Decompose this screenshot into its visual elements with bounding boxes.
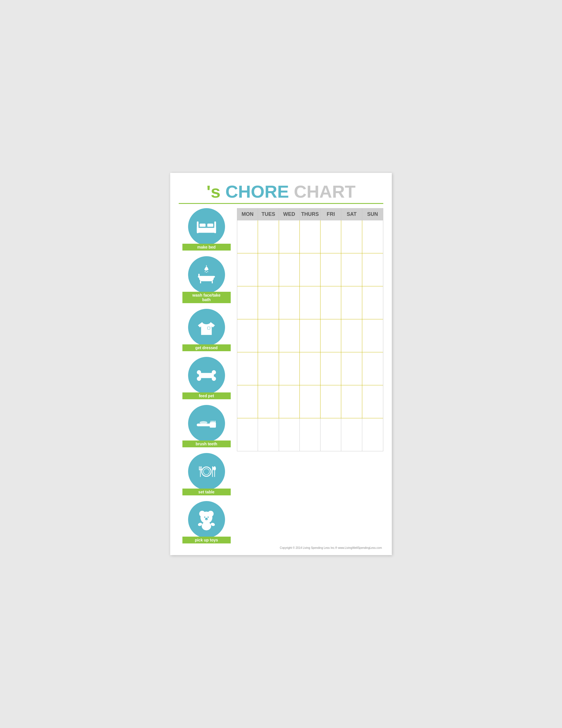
copyright-text: Copyright © 2014 Living Spending Less In… — [280, 546, 382, 549]
cell-3-mon — [237, 286, 258, 319]
chore-label-wash-face: wash face/take bath — [183, 292, 231, 303]
cell-7-tues — [258, 418, 279, 451]
chore-label-set-table: set table — [183, 489, 231, 495]
cell-2-wed — [279, 253, 300, 286]
svg-rect-2 — [214, 221, 216, 233]
page: 's CHORE CHART — [170, 173, 392, 555]
chore-label-pick-up-toys: pick up toys — [183, 537, 231, 543]
cell-2-sun — [362, 253, 383, 286]
chore-circle-pick-up-toys — [188, 501, 225, 538]
day-header-sun: SUN — [362, 208, 383, 220]
chore-label-make-bed: make bed — [183, 244, 231, 251]
grid-row-5 — [237, 352, 383, 385]
name-underline — [179, 203, 236, 204]
svg-rect-23 — [212, 421, 213, 423]
main-layout: make bed — [179, 208, 383, 543]
chore-item-make-bed: make bed — [179, 208, 234, 251]
cell-4-thurs — [300, 319, 320, 352]
cell-4-fri — [320, 319, 341, 352]
svg-point-28 — [204, 469, 210, 475]
header: 's CHORE CHART — [179, 181, 383, 204]
cell-2-sat — [341, 253, 362, 286]
svg-point-43 — [208, 516, 209, 518]
cell-3-tues — [258, 286, 279, 319]
chore-item-set-table: set table — [179, 453, 234, 495]
chore-circle-make-bed — [188, 208, 225, 245]
day-header-sat: SAT — [341, 208, 362, 220]
bone-icon — [196, 365, 217, 386]
cell-7-wed — [279, 418, 300, 451]
chore-item-brush-teeth: brush teeth — [179, 405, 234, 447]
day-headers: MON TUES WED THURS FRI SAT SUN — [237, 208, 383, 220]
cell-6-thurs — [300, 385, 320, 418]
svg-rect-34 — [214, 470, 215, 477]
cell-7-sun — [362, 418, 383, 451]
grid-row-1 — [237, 220, 383, 253]
table-icon — [196, 461, 217, 482]
cell-4-sun — [362, 319, 383, 352]
svg-rect-6 — [198, 276, 215, 278]
svg-point-39 — [202, 522, 211, 530]
cell-1-wed — [279, 220, 300, 253]
cell-4-mon — [237, 319, 258, 352]
cell-3-thurs — [300, 286, 320, 319]
grid-row-6 — [237, 385, 383, 418]
footer: Copyright © 2014 Living Spending Less In… — [179, 546, 383, 549]
chore-circle-brush-teeth — [188, 405, 225, 442]
cell-2-tues — [258, 253, 279, 286]
teddy-icon — [196, 509, 217, 530]
cell-3-sat — [341, 286, 362, 319]
svg-point-26 — [200, 421, 208, 424]
cell-7-thurs — [300, 418, 320, 451]
bath-icon — [196, 264, 217, 286]
cell-5-thurs — [300, 352, 320, 385]
cell-6-mon — [237, 385, 258, 418]
svg-rect-32 — [199, 470, 202, 470]
svg-point-35 — [214, 466, 216, 470]
day-header-thurs: THURS — [300, 208, 320, 220]
svg-rect-7 — [200, 281, 201, 283]
cell-3-sun — [362, 286, 383, 319]
chore-circle-get-dressed — [188, 309, 225, 346]
svg-rect-19 — [199, 373, 214, 378]
cell-4-tues — [258, 319, 279, 352]
cell-1-thurs — [300, 220, 320, 253]
chore-label-get-dressed: get dressed — [183, 344, 231, 351]
chore-item-get-dressed: get dressed — [179, 309, 234, 351]
svg-point-12 — [206, 272, 207, 273]
cell-2-mon — [237, 253, 258, 286]
title-underline — [236, 203, 383, 204]
chore-item-wash-face: wash face/take bath — [179, 256, 234, 303]
chores-column: make bed — [179, 208, 234, 543]
grid-area: MON TUES WED THURS FRI SAT SUN — [237, 208, 383, 543]
svg-rect-24 — [214, 421, 214, 423]
grid-row-3 — [237, 286, 383, 319]
svg-rect-21 — [210, 422, 216, 427]
grid-row-4 — [237, 319, 383, 352]
cell-7-fri — [320, 418, 341, 451]
cell-5-mon — [237, 352, 258, 385]
cell-2-thurs — [300, 253, 320, 286]
title-chart: CHART — [294, 181, 355, 202]
cell-5-sat — [341, 352, 362, 385]
cell-2-fri — [320, 253, 341, 286]
svg-rect-4 — [208, 224, 214, 227]
cell-3-fri — [320, 286, 341, 319]
cell-1-tues — [258, 220, 279, 253]
svg-point-11 — [205, 271, 206, 272]
cell-5-fri — [320, 352, 341, 385]
cell-1-fri — [320, 220, 341, 253]
chore-item-pick-up-toys: pick up toys — [179, 501, 234, 543]
title-chore: CHORE — [221, 181, 294, 202]
day-header-tues: TUES — [258, 208, 279, 220]
svg-rect-22 — [211, 421, 212, 423]
bed-icon — [196, 216, 217, 237]
svg-point-27 — [202, 467, 211, 476]
svg-rect-29 — [200, 466, 201, 477]
svg-rect-1 — [197, 221, 199, 233]
svg-rect-8 — [212, 281, 213, 283]
cell-1-sat — [341, 220, 362, 253]
day-header-mon: MON — [237, 208, 258, 220]
cell-7-sat — [341, 418, 362, 451]
day-header-fri: FRI — [320, 208, 341, 220]
